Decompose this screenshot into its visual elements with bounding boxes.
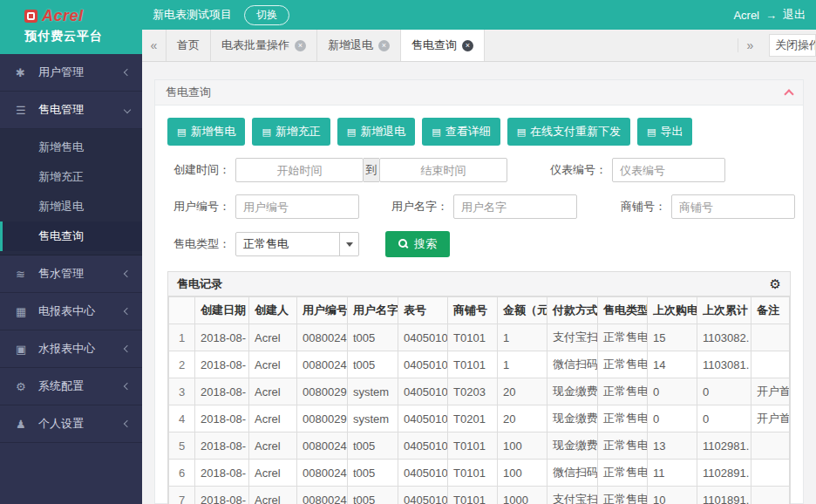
table-settings-icon[interactable]: ⚙ bbox=[770, 277, 781, 290]
table-cell: 现金缴费 bbox=[547, 378, 598, 405]
column-header: 创建人 bbox=[249, 297, 297, 324]
shop-no-input[interactable] bbox=[671, 194, 795, 219]
switch-project-button[interactable]: 切换 bbox=[244, 5, 289, 25]
chevron-left-icon bbox=[124, 270, 131, 277]
shop-no-label: 商铺号： bbox=[603, 199, 666, 215]
online-pay-resend-button[interactable]: ▤在线支付重新下发 bbox=[507, 118, 630, 146]
table-cell bbox=[751, 487, 790, 504]
sidebar-item-water-report-center[interactable]: ▣ 水报表中心 bbox=[0, 330, 142, 368]
sale-records-box: 售电记录 ⚙ 创建日期创建人用户编号用户名字表号商铺号金额（元付款方式售电类型上… bbox=[167, 271, 791, 504]
new-recharge-correction-button[interactable]: ▤新增充正 bbox=[252, 118, 330, 146]
brand: Acrel 预付费云平台 bbox=[0, 0, 142, 54]
table-row[interactable]: 62018-08-Acrel0080024t0050405010T0101100… bbox=[169, 460, 790, 487]
tabs-scroll-left-button[interactable]: « bbox=[142, 30, 167, 61]
user-no-input[interactable] bbox=[235, 194, 359, 219]
collapse-panel-icon[interactable] bbox=[784, 89, 793, 99]
tabs-scroll-right-button[interactable]: » bbox=[738, 38, 762, 52]
table-cell: 0405010 bbox=[398, 460, 448, 487]
table-cell: t005 bbox=[348, 460, 398, 487]
close-tab-icon[interactable]: × bbox=[295, 40, 306, 51]
tab-label: 首页 bbox=[177, 37, 200, 53]
table-row[interactable]: 12018-08-Acrel0080024t0050405010T01011支付… bbox=[169, 324, 790, 351]
sidebar-item-new-refund[interactable]: 新增退电 bbox=[0, 192, 142, 221]
table-cell: 2018-08- bbox=[195, 460, 249, 487]
close-tab-icon[interactable]: × bbox=[378, 40, 390, 51]
users-icon: ✱ bbox=[16, 66, 33, 79]
table-cell: 2018-08- bbox=[195, 432, 249, 460]
start-time-input[interactable] bbox=[235, 158, 364, 182]
main-area: 新电表测试项目 切换 Acrel → 退出 « 首页 电表批量操作 × 新增退电… bbox=[142, 0, 816, 504]
column-header bbox=[169, 297, 195, 324]
table-cell: T0101 bbox=[448, 487, 498, 504]
table-row[interactable]: 72018-08-Acrel0080024t0050405010T0101100… bbox=[169, 487, 790, 504]
sidebar-item-system-config[interactable]: ⚙ 系统配置 bbox=[0, 368, 142, 405]
table-cell: 0080029 bbox=[297, 378, 348, 405]
document-icon: ▤ bbox=[647, 126, 656, 138]
logout-button[interactable]: 退出 bbox=[783, 7, 806, 23]
table-cell: 6 bbox=[169, 460, 195, 487]
sidebar-item-label: 用户管理 bbox=[38, 65, 125, 80]
sale-water-icon: ≋ bbox=[16, 268, 33, 281]
table-cell: T0101 bbox=[448, 460, 498, 487]
column-header: 金额（元 bbox=[498, 297, 547, 324]
table-row[interactable]: 32018-08-Acrel0080029system0405010T02032… bbox=[169, 378, 790, 405]
table-cell: 正常售电 bbox=[598, 405, 648, 432]
table-cell: 微信扫码 bbox=[547, 351, 598, 378]
new-sale-button[interactable]: ▤新增售电 bbox=[167, 118, 245, 146]
table-cell: Acrel bbox=[249, 432, 297, 460]
tab-home[interactable]: 首页 bbox=[167, 30, 211, 61]
sidebar-item-water-sale-management[interactable]: ≋ 售水管理 bbox=[0, 255, 142, 293]
table-cell: 1102891. bbox=[697, 460, 751, 487]
table-cell: 7 bbox=[169, 487, 195, 504]
select-arrow-icon bbox=[339, 233, 358, 255]
tab-sale-query[interactable]: 售电查询 × bbox=[401, 30, 485, 61]
sidebar-item-sale-query[interactable]: 售电查询 bbox=[0, 221, 142, 251]
chevron-left-icon bbox=[124, 383, 131, 390]
table-cell: 0405010 bbox=[398, 487, 448, 504]
tab-meter-batch-operation[interactable]: 电表批量操作 × bbox=[211, 30, 317, 61]
table-cell: T0101 bbox=[448, 351, 498, 378]
user-name-input[interactable] bbox=[453, 194, 577, 219]
table-cell: 0405010 bbox=[398, 324, 448, 351]
search-button[interactable]: 搜索 bbox=[385, 231, 450, 257]
table-cell: system bbox=[348, 405, 398, 432]
table-cell: 1 bbox=[169, 324, 195, 351]
sidebar-item-power-report-center[interactable]: ▦ 电报表中心 bbox=[0, 293, 142, 330]
panel-body: ▤新增售电▤新增充正▤新增退电▤查看详细▤在线支付重新下发▤导出 创建时间： 到… bbox=[155, 106, 803, 504]
table-cell: 正常售电 bbox=[598, 432, 648, 460]
table-cell: 1000 bbox=[498, 487, 547, 504]
close-tab-icon[interactable]: × bbox=[462, 40, 473, 51]
tab-label: 售电查询 bbox=[411, 37, 457, 53]
chevron-left-icon bbox=[124, 308, 131, 315]
sidebar-item-personal-settings[interactable]: ♟ 个人设置 bbox=[0, 405, 142, 443]
sidebar-item-label: 电报表中心 bbox=[38, 303, 125, 319]
table-row[interactable]: 42018-08-Acrel0080029system0405010T02012… bbox=[169, 405, 790, 432]
table-row[interactable]: 52018-08-Acrel0080024t0050405010T0101100… bbox=[169, 432, 790, 460]
end-time-input[interactable] bbox=[379, 158, 507, 182]
view-detail-button[interactable]: ▤查看详细 bbox=[422, 118, 500, 146]
export-button[interactable]: ▤导出 bbox=[637, 118, 692, 146]
table-row[interactable]: 22018-08-Acrel0080024t0050405010T01011微信… bbox=[169, 351, 790, 378]
sale-type-select[interactable]: 正常售电 bbox=[235, 232, 359, 256]
table-cell: 0 bbox=[648, 405, 697, 432]
sidebar-item-sale-management[interactable]: ☰ 售电管理 bbox=[0, 92, 142, 129]
sidebar-item-user-management[interactable]: ✱ 用户管理 bbox=[0, 54, 142, 92]
close-operations-button[interactable]: 关闭操作 bbox=[769, 34, 816, 57]
table-cell: 开户首充 bbox=[751, 378, 790, 405]
search-icon bbox=[398, 239, 409, 249]
meter-no-input[interactable] bbox=[612, 158, 725, 182]
table-cell: 开户首充 bbox=[751, 405, 790, 432]
records-header-row: 创建日期创建人用户编号用户名字表号商铺号金额（元付款方式售电类型上次购电上次累计… bbox=[169, 297, 790, 324]
chevron-down-icon bbox=[124, 106, 131, 113]
new-refund-button[interactable]: ▤新增退电 bbox=[337, 118, 415, 146]
panel-header: 售电查询 bbox=[155, 80, 803, 106]
sale-type-value: 正常售电 bbox=[236, 236, 339, 252]
sidebar-item-new-sale[interactable]: 新增售电 bbox=[0, 133, 142, 162]
tab-new-refund[interactable]: 新增退电 × bbox=[317, 30, 401, 61]
table-cell: 支付宝扫 bbox=[547, 324, 598, 351]
document-icon: ▤ bbox=[517, 126, 526, 138]
table-cell: 10 bbox=[648, 487, 697, 504]
table-cell: 0080029 bbox=[297, 405, 348, 432]
sidebar-item-new-recharge-correction[interactable]: 新增充正 bbox=[0, 162, 142, 192]
filter-row-1: 创建时间： 到 仪表编号： bbox=[167, 158, 791, 182]
